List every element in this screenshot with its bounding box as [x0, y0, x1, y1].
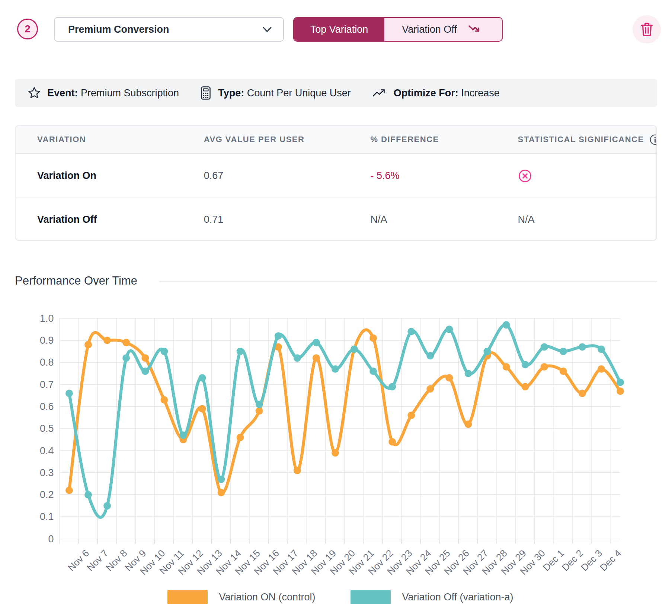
col-difference: % DIFFERENCE — [349, 135, 496, 144]
metric-index-badge: 2 — [17, 19, 38, 39]
optimize-label: Optimize For: — [394, 87, 458, 99]
table-row-variation-off: Variation Off 0.71 N/A N/A — [16, 198, 656, 241]
row1-difference: N/A — [349, 214, 496, 225]
row0-avg-value: 0.67 — [182, 170, 349, 182]
svg-text:1.0: 1.0 — [40, 314, 54, 324]
trending-down-icon — [467, 24, 484, 35]
results-table-header: VARIATION AVG VALUE PER USER % DIFFERENC… — [16, 126, 656, 154]
metric-dropdown-value: Premium Conversion — [68, 24, 169, 35]
chart-section-header: Performance Over Time — [15, 274, 657, 289]
section-divider — [159, 281, 657, 282]
col-variation: VARIATION — [16, 135, 182, 144]
top-variation-button[interactable]: Top Variation — [294, 18, 384, 41]
legend-label-variation-off: Variation Off (variation-a) — [402, 591, 513, 603]
svg-text:0: 0 — [48, 533, 54, 545]
event-label: Event: — [47, 87, 78, 99]
type-value: Count Per Unique User — [247, 87, 351, 99]
row0-difference: - 5.6% — [349, 170, 496, 182]
col-avg-value: AVG VALUE PER USER — [182, 135, 349, 144]
svg-text:Dec 2: Dec 2 — [560, 548, 585, 573]
svg-text:0.4: 0.4 — [40, 445, 54, 456]
variation-toggle: Top Variation Variation Off — [293, 17, 503, 42]
variation-off-button[interactable]: Variation Off — [384, 18, 502, 41]
svg-text:0.7: 0.7 — [40, 379, 54, 390]
legend-swatch-orange — [167, 590, 208, 604]
svg-text:Dec 1: Dec 1 — [541, 548, 566, 573]
legend-item-variation-off[interactable]: Variation Off (variation-a) — [351, 590, 513, 604]
chart-legend: Variation ON (control) Variation Off (va… — [60, 590, 621, 604]
col-significance: STATISTICAL SIGNIFICANCE — [496, 134, 656, 145]
svg-text:0.1: 0.1 — [40, 511, 54, 522]
row0-variation: Variation On — [16, 170, 182, 182]
optimize-value: Increase — [461, 87, 500, 99]
y-axis-labels: 1.00.90.80.70.60.50.40.30.20.10 — [40, 314, 54, 545]
chevron-down-icon — [262, 26, 272, 33]
experiment-metric-panel: 2 Premium Conversion Top Variation Varia… — [0, 0, 672, 616]
event-value: Premium Subscription — [81, 87, 179, 99]
star-icon — [28, 86, 41, 100]
info-icon[interactable] — [649, 134, 657, 145]
x-circle-icon — [518, 169, 656, 183]
svg-text:0.8: 0.8 — [40, 357, 54, 368]
row1-significance: N/A — [496, 214, 656, 225]
type-info: Type: Count Per Unique User — [200, 86, 351, 100]
delete-metric-button[interactable] — [633, 15, 661, 44]
svg-text:Nov 6: Nov 6 — [65, 548, 91, 573]
svg-text:0.3: 0.3 — [40, 467, 54, 478]
variation-off-label: Variation Off — [402, 24, 457, 35]
calculator-icon — [200, 86, 212, 100]
svg-text:0.6: 0.6 — [40, 401, 54, 412]
performance-chart: 1.00.90.80.70.60.50.40.30.20.10Nov 6Nov … — [15, 314, 657, 591]
legend-label-variation-on: Variation ON (control) — [219, 591, 315, 603]
svg-text:Dec 4: Dec 4 — [598, 548, 623, 573]
row0-significance — [496, 169, 656, 183]
svg-text:Nov 7: Nov 7 — [84, 548, 110, 573]
svg-text:Dec 3: Dec 3 — [579, 548, 604, 573]
type-label: Type: — [218, 87, 244, 99]
trash-icon — [640, 22, 654, 37]
svg-text:0.9: 0.9 — [40, 335, 54, 346]
metric-dropdown[interactable]: Premium Conversion — [54, 17, 284, 42]
optimize-info: Optimize For: Increase — [372, 87, 500, 99]
metric-info-bar: Event: Premium Subscription Type: Count … — [15, 79, 657, 107]
page-title: Performance Over Time — [15, 274, 137, 288]
event-info: Event: Premium Subscription — [28, 86, 179, 100]
table-row-variation-on: Variation On 0.67 - 5.6% — [16, 154, 656, 198]
svg-text:Nov 8: Nov 8 — [103, 548, 129, 573]
legend-item-variation-on[interactable]: Variation ON (control) — [167, 590, 315, 604]
x-axis-labels: Nov 6Nov 7Nov 8Nov 9Nov 10Nov 11Nov 12No… — [65, 548, 623, 577]
row1-variation: Variation Off — [16, 214, 182, 225]
legend-swatch-teal — [351, 590, 391, 604]
row1-avg-value: 0.71 — [182, 214, 349, 225]
svg-text:0.5: 0.5 — [40, 423, 54, 434]
col-significance-label: STATISTICAL SIGNIFICANCE — [518, 135, 644, 144]
svg-text:0.2: 0.2 — [40, 489, 54, 500]
results-table: VARIATION AVG VALUE PER USER % DIFFERENC… — [15, 125, 657, 241]
trending-up-icon — [372, 88, 387, 98]
